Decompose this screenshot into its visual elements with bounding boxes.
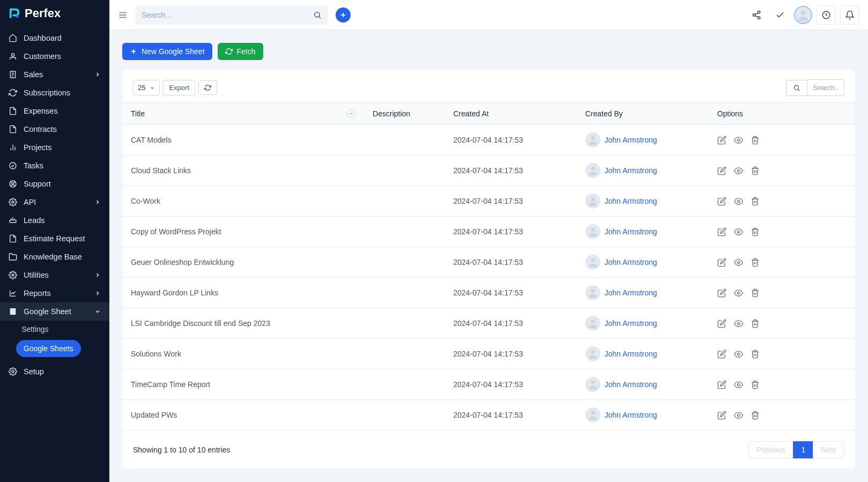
sidebar-item-estimate-request[interactable]: Estimate Request (0, 229, 109, 248)
sidebar-item-utilities[interactable]: Utilities (0, 266, 109, 284)
sidebar-item-setup[interactable]: Setup (0, 362, 109, 381)
edit-button[interactable] (717, 411, 726, 420)
sidebar-item-tasks[interactable]: Tasks (0, 157, 109, 175)
sidebar-item-subscriptions[interactable]: Subscriptions (0, 84, 109, 102)
brand-logo[interactable]: Perfex (0, 0, 109, 27)
edit-button[interactable] (717, 258, 726, 267)
sidebar-item-expenses[interactable]: Expenses (0, 102, 109, 120)
view-button[interactable] (734, 136, 743, 145)
created-by-link[interactable]: John Armstrong (605, 411, 657, 419)
cell-title[interactable]: TimeCamp Time Report (122, 369, 364, 400)
edit-button[interactable] (717, 350, 726, 359)
created-by-link[interactable]: John Armstrong (605, 380, 657, 389)
created-by-link[interactable]: John Armstrong (605, 319, 657, 328)
edit-button[interactable] (717, 166, 726, 175)
user-avatar[interactable] (794, 6, 812, 24)
col-options[interactable]: Options (709, 103, 855, 125)
sidebar-item-reports[interactable]: Reports (0, 284, 109, 302)
delete-button[interactable] (751, 350, 760, 359)
cell-title[interactable]: Cloud Stack Links (122, 155, 364, 186)
sidebar-item-contracts[interactable]: Contracts (0, 120, 109, 138)
created-by-link[interactable]: John Armstrong (605, 258, 657, 266)
edit-button[interactable] (717, 136, 726, 145)
col-description[interactable]: Description (364, 103, 444, 125)
export-button[interactable]: Export (163, 80, 195, 95)
view-button[interactable] (734, 166, 743, 175)
cell-title[interactable]: LSI Cambridge Discount till end Sep 2023 (122, 308, 364, 339)
delete-button[interactable] (751, 258, 760, 267)
cell-title[interactable]: Geuer Onlineshop Entwicklung (122, 247, 364, 278)
cell-title[interactable]: Copy of WordPress Projekt (122, 217, 364, 247)
view-button[interactable] (734, 227, 743, 236)
created-by-link[interactable]: John Armstrong (605, 350, 657, 358)
created-by-link[interactable]: John Armstrong (605, 197, 657, 205)
edit-button[interactable] (717, 380, 726, 389)
delete-button[interactable] (751, 288, 760, 298)
cell-title[interactable]: Updated PWs (122, 400, 364, 431)
sidebar-item-support[interactable]: Support (0, 175, 109, 193)
edit-button[interactable] (717, 197, 726, 206)
edit-button[interactable] (717, 227, 726, 236)
sidebar-item-sales[interactable]: Sales (0, 65, 109, 84)
share-button[interactable] (747, 5, 766, 25)
timer-button[interactable] (817, 5, 836, 25)
sidebar-sub-settings[interactable]: Settings (0, 321, 109, 338)
nav-label: Knowledge Base (24, 253, 82, 261)
created-by-link[interactable]: John Armstrong (605, 166, 657, 175)
fetch-button[interactable]: Fetch (218, 43, 263, 60)
view-button[interactable] (734, 319, 743, 328)
table-search-input[interactable] (807, 79, 844, 96)
page-size-select[interactable]: 25 (133, 80, 160, 95)
sidebar-item-customers[interactable]: Customers (0, 47, 109, 65)
view-button[interactable] (734, 288, 743, 298)
delete-button[interactable] (751, 319, 760, 328)
delete-button[interactable] (751, 136, 760, 145)
page-previous[interactable]: Previous (748, 441, 793, 458)
delete-button[interactable] (751, 227, 760, 236)
view-button[interactable] (734, 380, 743, 389)
delete-button[interactable] (751, 166, 760, 175)
delete-button[interactable] (751, 380, 760, 389)
created-by-link[interactable]: John Armstrong (605, 136, 657, 144)
new-google-sheet-button[interactable]: New Google Sheet (122, 43, 212, 60)
checkmark-button[interactable] (770, 5, 790, 25)
col-title[interactable]: Title (122, 103, 364, 125)
view-button[interactable] (734, 350, 743, 359)
view-button[interactable] (734, 411, 743, 420)
delete-button[interactable] (751, 197, 760, 206)
sidebar-sub-google-sheets[interactable]: Google Sheets (16, 340, 81, 357)
svg-point-55 (737, 292, 739, 294)
notifications-button[interactable] (840, 5, 859, 25)
table-search-button[interactable] (786, 80, 807, 96)
nav-icon (9, 253, 17, 261)
page-next[interactable]: Next (813, 441, 844, 458)
eye-icon (734, 227, 743, 236)
view-button[interactable] (734, 258, 743, 267)
nav-label: Sales (24, 70, 43, 79)
cell-title[interactable]: Hayward Gordon LP Links (122, 278, 364, 308)
page-1[interactable]: 1 (793, 441, 813, 458)
edit-button[interactable] (717, 319, 726, 328)
sidebar-item-api[interactable]: API (0, 193, 109, 211)
col-created-at[interactable]: Created At (444, 103, 576, 125)
edit-button[interactable] (717, 288, 726, 298)
global-search-input[interactable] (142, 11, 313, 19)
quick-add-button[interactable] (336, 8, 351, 23)
table-search (786, 79, 844, 96)
col-created-by[interactable]: Created By (577, 103, 709, 125)
sidebar-item-projects[interactable]: Projects (0, 138, 109, 157)
svg-point-21 (12, 274, 14, 276)
cell-title[interactable]: CAT Models (122, 125, 364, 155)
view-button[interactable] (734, 197, 743, 206)
cell-title[interactable]: Co-Work (122, 186, 364, 217)
created-by-link[interactable]: John Armstrong (605, 227, 657, 236)
sidebar-item-knowledge-base[interactable]: Knowledge Base (0, 248, 109, 266)
created-by-link[interactable]: John Armstrong (605, 288, 657, 297)
hamburger-icon[interactable] (118, 10, 128, 20)
sidebar-item-google-sheet[interactable]: Google Sheet (0, 302, 109, 321)
sidebar-item-leads[interactable]: Leads (0, 211, 109, 229)
cell-title[interactable]: Solutions Work (122, 339, 364, 369)
sidebar-item-dashboard[interactable]: Dashboard (0, 29, 109, 47)
reload-button[interactable] (198, 80, 217, 95)
delete-button[interactable] (751, 411, 760, 420)
